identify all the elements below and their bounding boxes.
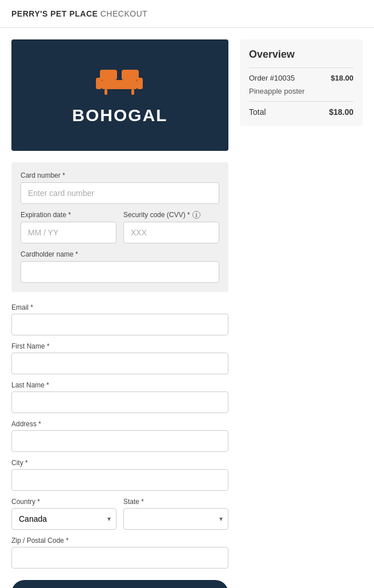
right-column: Overview Order #10035 $18.00 Pineapple p… bbox=[240, 39, 363, 126]
security-label-row: Security code (CVV) * ℹ bbox=[123, 211, 219, 219]
page-header: PERRY'S PET PLACE CHECKOUT bbox=[0, 0, 374, 28]
country-select-wrapper: Canada United States United Kingdom ▾ bbox=[11, 508, 116, 530]
address-field-group: Address * bbox=[11, 420, 228, 452]
sofa-icon bbox=[94, 65, 146, 99]
info-icon[interactable]: ℹ bbox=[192, 211, 200, 219]
city-label: City * bbox=[11, 459, 228, 467]
overview-divider-bottom bbox=[249, 101, 353, 102]
state-label: State * bbox=[123, 498, 228, 506]
last-name-field-group: Last Name * bbox=[11, 381, 228, 413]
overview-total-amount: $18.00 bbox=[329, 107, 353, 117]
address-label: Address * bbox=[11, 420, 228, 428]
email-field-group: Email * bbox=[11, 303, 228, 335]
email-input[interactable] bbox=[11, 314, 228, 335]
cardholder-input[interactable] bbox=[21, 261, 219, 283]
overview-order-amount: $18.00 bbox=[331, 74, 353, 82]
left-column: BOHOGAL Card number * Expiration date * … bbox=[11, 39, 228, 588]
country-label: Country * bbox=[11, 498, 116, 506]
overview-divider-top bbox=[249, 67, 353, 68]
last-name-input[interactable] bbox=[11, 391, 228, 413]
overview-total-row: Total $18.00 bbox=[249, 107, 353, 117]
svg-rect-0 bbox=[100, 70, 117, 80]
country-state-row: Country * Canada United States United Ki… bbox=[11, 498, 228, 530]
city-field-group: City * bbox=[11, 459, 228, 491]
cardholder-label: Cardholder name * bbox=[21, 250, 219, 258]
cvv-field-group: Security code (CVV) * ℹ bbox=[123, 211, 219, 243]
overview-order-row: Order #10035 $18.00 bbox=[249, 74, 353, 82]
country-field-group: Country * Canada United States United Ki… bbox=[11, 498, 116, 530]
overview-order-label: Order #10035 bbox=[249, 74, 295, 82]
first-name-field-group: First Name * bbox=[11, 342, 228, 374]
city-input[interactable] bbox=[11, 469, 228, 491]
svg-rect-2 bbox=[96, 78, 102, 89]
overview-total-label: Total bbox=[249, 107, 266, 117]
svg-rect-1 bbox=[122, 70, 139, 80]
card-number-label: Card number * bbox=[21, 171, 219, 179]
zip-field-group: Zip / Postal Code * bbox=[11, 537, 228, 569]
section-label: CHECKOUT bbox=[100, 9, 148, 18]
address-input[interactable] bbox=[11, 430, 228, 452]
merchant-banner: BOHOGAL bbox=[11, 39, 228, 151]
expiry-label: Expiration date * bbox=[21, 211, 116, 219]
card-number-input[interactable] bbox=[21, 182, 219, 204]
merchant-name: BOHOGAL bbox=[72, 106, 167, 125]
security-label: Security code (CVV) * bbox=[123, 211, 190, 219]
overview-title: Overview bbox=[249, 49, 353, 61]
expiry-cvv-row: Expiration date * Security code (CVV) * … bbox=[21, 211, 219, 243]
first-name-input[interactable] bbox=[11, 353, 228, 374]
page-wrapper: PERRY'S PET PLACE CHECKOUT bbox=[0, 0, 374, 588]
svg-rect-5 bbox=[104, 89, 107, 95]
contact-form: Email * First Name * Last Name * Address… bbox=[11, 303, 228, 569]
state-select[interactable]: Ontario British Columbia Alberta bbox=[123, 508, 228, 530]
card-section: Card number * Expiration date * Security… bbox=[11, 162, 228, 292]
svg-rect-4 bbox=[102, 80, 137, 89]
country-select[interactable]: Canada United States United Kingdom bbox=[11, 508, 116, 530]
state-select-wrapper: Ontario British Columbia Alberta ▾ bbox=[123, 508, 228, 530]
expiry-input[interactable] bbox=[21, 222, 116, 243]
last-name-label: Last Name * bbox=[11, 381, 228, 389]
content-area: BOHOGAL Card number * Expiration date * … bbox=[0, 28, 374, 588]
cvv-input[interactable] bbox=[123, 222, 219, 243]
overview-product-name: Pineapple poster bbox=[249, 87, 353, 95]
expiry-field-group: Expiration date * bbox=[21, 211, 116, 243]
overview-panel: Overview Order #10035 $18.00 Pineapple p… bbox=[240, 39, 363, 126]
store-name: PERRY'S PET PLACE bbox=[11, 9, 98, 18]
pay-now-button[interactable]: Pay Now bbox=[11, 580, 228, 588]
first-name-label: First Name * bbox=[11, 342, 228, 350]
svg-rect-6 bbox=[131, 89, 134, 95]
zip-label: Zip / Postal Code * bbox=[11, 537, 228, 545]
email-label: Email * bbox=[11, 303, 228, 311]
zip-input[interactable] bbox=[11, 547, 228, 569]
svg-rect-3 bbox=[137, 78, 143, 89]
state-field-group: State * Ontario British Columbia Alberta… bbox=[123, 498, 228, 530]
